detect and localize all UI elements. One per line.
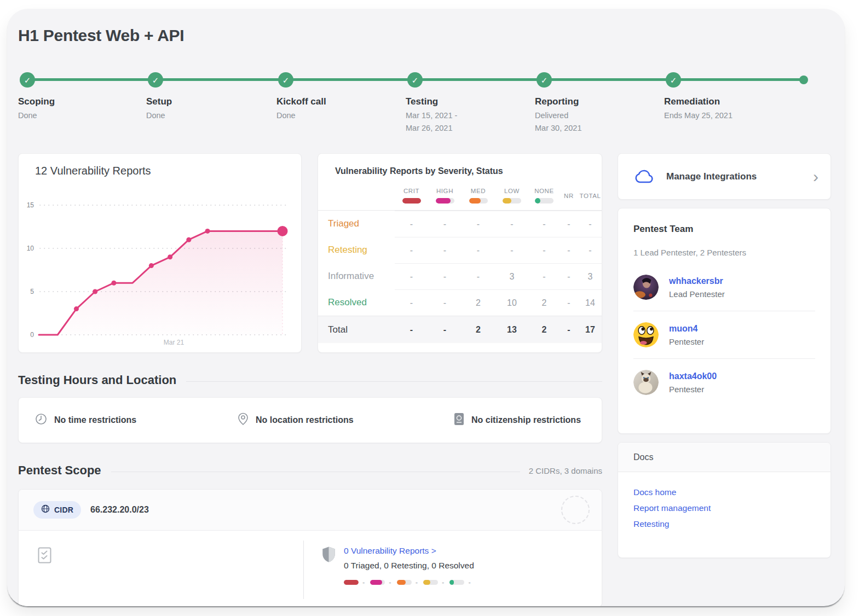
avatar — [633, 370, 659, 395]
severity-pill — [449, 580, 464, 585]
cidr-badge: CIDR — [33, 501, 81, 519]
table-cell: - — [529, 263, 560, 289]
timeline-step-label: Setup — [146, 96, 267, 107]
table-cell: - — [395, 289, 428, 316]
pentest-team-title: Pentest Team — [633, 224, 815, 235]
severity-pill — [535, 198, 553, 204]
severity-pill-stat: - — [344, 578, 365, 586]
team-member-name[interactable]: whhackersbr — [669, 276, 725, 286]
shield-icon — [321, 546, 336, 565]
doc-link[interactable]: Docs home — [633, 484, 815, 500]
table-cell: - — [462, 237, 495, 263]
scope-summary: 2 CIDRs, 3 domains — [529, 466, 602, 475]
severity-pill-stat: - — [397, 578, 418, 586]
team-member-role: Pentester — [669, 385, 717, 394]
team-member-name[interactable]: muon4 — [669, 324, 704, 334]
doc-link[interactable]: Retesting — [633, 516, 815, 532]
timeline-step: ✓ Remediation Ends May 25, 2021 — [664, 72, 785, 124]
table-cell: - — [560, 289, 578, 316]
chevron-right-icon[interactable]: › — [813, 168, 818, 185]
passport-icon — [454, 412, 464, 428]
check-icon: ✓ — [407, 72, 423, 88]
severity-status-table-card: Vulnerability Reports by Severity, Statu… — [318, 153, 602, 353]
manage-integrations-card[interactable]: Manage Integrations › — [618, 153, 831, 200]
vulnerability-reports-chart-card: 12 Vulnerability Reports 051015Mar 21 — [18, 153, 302, 353]
severity-column-header: LOW — [495, 188, 529, 204]
pentest-scope-card: CIDR 66.232.20.0/23 0 Vulnera — [18, 489, 602, 606]
timeline-step: ✓ Kickoff call Done — [276, 72, 397, 124]
severity-column-label: LOW — [504, 188, 520, 194]
dashed-circle-placeholder — [561, 496, 590, 524]
table-cell: - — [428, 237, 462, 263]
severity-column-header: CRIT — [395, 188, 428, 204]
severity-column-label: CRIT — [403, 188, 419, 194]
table-cell: - — [578, 211, 602, 237]
severity-pill — [423, 580, 438, 585]
team-member-row: haxta4ok00 Pentester — [633, 358, 815, 406]
table-cell: 2 — [462, 316, 495, 343]
table-cell: - — [395, 316, 428, 343]
severity-pill — [436, 198, 454, 204]
table-cell: 10 — [495, 289, 529, 316]
heading-divider — [186, 381, 602, 382]
check-icon: ✓ — [537, 72, 552, 88]
row-status-label: Retesting — [318, 245, 395, 255]
timeline-step-label: Reporting — [535, 96, 655, 107]
check-icon: ✓ — [20, 72, 35, 88]
severity-status-table: CRIT HIGH MED LOW NONE NR TOTAL Triaged-… — [318, 188, 602, 343]
severity-pill-value: - — [416, 578, 418, 586]
severity-table-title: Vulnerability Reports by Severity, Statu… — [335, 166, 503, 176]
row-status-label: Total — [318, 324, 395, 335]
timeline-step: ✓ Reporting Delivered Mar 30, 2021 — [535, 72, 655, 132]
table-cell: - — [560, 211, 578, 237]
severity-pill — [344, 580, 359, 585]
cidr-badge-label: CIDR — [54, 505, 73, 514]
team-member-row: muon4 Pentester — [633, 311, 815, 358]
cidr-value: 66.232.20.0/23 — [90, 505, 149, 515]
timeline-step-label: Kickoff call — [276, 96, 397, 107]
manage-integrations-label: Manage Integrations — [666, 171, 757, 182]
avatar — [633, 275, 659, 300]
location-restriction-label: No location restrictions — [256, 415, 354, 425]
severity-pill-value: - — [389, 578, 391, 586]
timeline-end-dot — [799, 75, 808, 84]
globe-icon — [41, 504, 50, 515]
timeline-step-status: Done — [18, 111, 139, 120]
team-member-name[interactable]: haxta4ok00 — [669, 371, 717, 381]
table-row: Retesting------- — [318, 237, 602, 263]
severity-table-header: CRIT HIGH MED LOW NONE NR TOTAL — [318, 188, 602, 211]
vulnerability-reports-link[interactable]: 0 Vulnerability Reports > — [344, 546, 474, 556]
pentest-team-subtitle: 1 Lead Pentester, 2 Pentesters — [633, 248, 815, 257]
time-restriction-label: No time restrictions — [54, 415, 136, 425]
timeline-step-status2: Mar 30, 2021 — [535, 124, 655, 132]
table-cell: - — [395, 237, 428, 263]
severity-pill-stat: - — [449, 578, 470, 586]
timeline-step-status2: Mar 26, 2021 — [406, 124, 526, 132]
timeline-step: ✓ Testing Mar 15, 2021 - Mar 26, 2021 — [406, 72, 526, 132]
table-cell: 3 — [495, 263, 529, 289]
timeline-step-status: Done — [276, 111, 397, 120]
timeline-step-label: Scoping — [18, 96, 139, 107]
timeline-step-status: Ends May 25, 2021 — [664, 111, 785, 120]
check-icon: ✓ — [148, 72, 163, 88]
table-cell: 14 — [578, 289, 602, 316]
testing-hours-title: Testing Hours and Location — [18, 373, 176, 387]
table-cell: - — [462, 263, 495, 289]
time-restriction-item: No time restrictions — [35, 413, 136, 427]
timeline-step: ✓ Scoping Done — [18, 72, 139, 124]
timeline-step-label: Remediation — [664, 96, 785, 107]
table-cell: - — [428, 316, 462, 343]
severity-column-label: NR — [564, 193, 574, 199]
doc-link[interactable]: Report management — [633, 500, 815, 516]
severity-column-header: TOTAL — [578, 193, 602, 199]
severity-column-label: MED — [471, 188, 486, 194]
timeline-step-status: Done — [146, 111, 267, 120]
pentest-timeline: ✓ Scoping Done ✓ Setup Done ✓ Kickoff ca… — [7, 9, 845, 140]
table-cell: 13 — [495, 316, 529, 343]
row-status-label: Triaged — [318, 218, 395, 229]
docs-header: Docs — [618, 443, 831, 472]
heading-divider — [111, 472, 520, 472]
table-row: Informative---3--3 — [318, 263, 602, 289]
table-cell: 2 — [462, 289, 495, 316]
team-member-role: Pentester — [669, 337, 704, 346]
